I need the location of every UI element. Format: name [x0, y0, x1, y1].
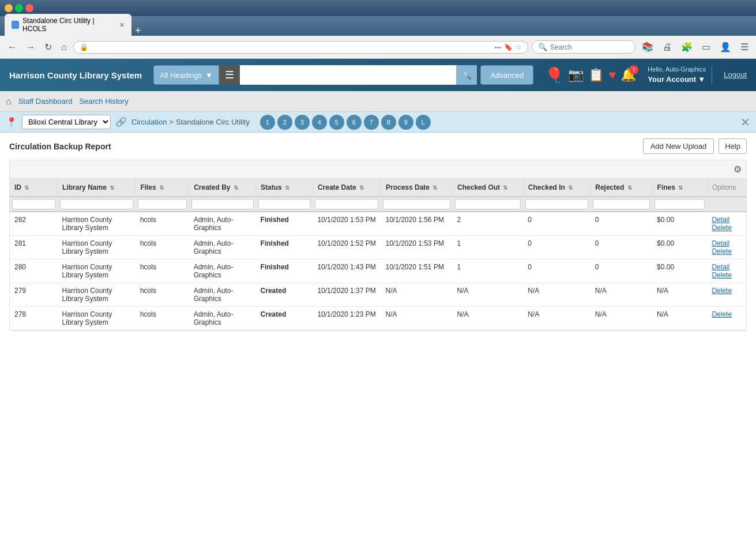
breadcrumb-section-link[interactable]: Circulation: [131, 118, 167, 126]
cell-id: 279: [10, 283, 58, 307]
logout-button[interactable]: Logout: [724, 70, 747, 79]
table-area: ⚙ ID ⇅ Library Name ⇅ Files ⇅ Created By…: [9, 160, 747, 331]
cell-create-date: 10/1/2020 1:43 PM: [313, 260, 381, 283]
filter-process-date[interactable]: [383, 199, 450, 209]
cell-checked-in: 0: [523, 260, 590, 283]
page-tab-2[interactable]: 2: [277, 115, 292, 130]
reload-button[interactable]: ↻: [42, 40, 55, 54]
back-button[interactable]: ←: [5, 41, 20, 54]
help-button[interactable]: Help: [719, 138, 747, 154]
filter-checked-out[interactable]: [455, 199, 521, 209]
col-checked-in[interactable]: Checked In ⇅: [523, 179, 590, 197]
minimize-button[interactable]: [5, 4, 13, 12]
col-library-name[interactable]: Library Name ⇅: [58, 179, 136, 197]
page-tab-8[interactable]: 8: [381, 115, 396, 130]
col-created-by[interactable]: Created By ⇅: [189, 179, 256, 197]
browser-search-bar[interactable]: 🔍: [532, 40, 635, 54]
close-window-button[interactable]: [25, 4, 33, 12]
address-bar[interactable]: 🔒 https://qa-hcols-verso.auto-graphics.c…: [73, 41, 528, 54]
browser-search-input[interactable]: [550, 43, 625, 51]
filter-created-by[interactable]: [191, 199, 254, 209]
col-status[interactable]: Status ⇅: [256, 179, 313, 197]
delete-link-281[interactable]: Delete: [712, 247, 732, 255]
profile-button[interactable]: 👤: [717, 40, 734, 54]
table-row: 279 Harrison County Library System hcols…: [10, 283, 746, 307]
cell-files: hcols: [136, 212, 189, 236]
page-tab-5[interactable]: 5: [329, 115, 344, 130]
home-button[interactable]: ⌂: [58, 41, 70, 54]
filter-fines[interactable]: [655, 199, 705, 209]
table-settings-button[interactable]: ⚙: [734, 164, 742, 175]
search-go-button[interactable]: 🔍: [456, 65, 477, 85]
search-container: All Headings ▼ ☰ 🔍 Advanced: [153, 65, 533, 85]
filter-create-date[interactable]: [315, 199, 378, 209]
location-bar-close-button[interactable]: ✕: [740, 115, 750, 129]
balloon-icon-button[interactable]: 🎈: [545, 66, 563, 84]
user-account-link[interactable]: Your Account ▼: [648, 74, 706, 85]
col-files[interactable]: Files ⇅: [136, 179, 189, 197]
sidebar-button[interactable]: ▭: [699, 40, 713, 54]
cell-checked-out: N/A: [453, 307, 524, 330]
col-id[interactable]: ID ⇅: [10, 179, 58, 197]
bookmarks-shelf-button[interactable]: 📚: [639, 40, 656, 54]
detail-link-281[interactable]: Detail: [712, 239, 729, 247]
heart-icon-button[interactable]: ♥: [608, 67, 616, 82]
page-tab-7[interactable]: 7: [364, 115, 379, 130]
delete-link-278[interactable]: Delete: [712, 310, 732, 318]
col-create-date[interactable]: Create Date ⇅: [313, 179, 381, 197]
camera-icon-button[interactable]: 📷: [568, 67, 584, 82]
detail-link-280[interactable]: Detail: [712, 263, 729, 271]
heading-selector[interactable]: All Headings ▼: [153, 65, 219, 85]
filter-id[interactable]: [12, 199, 55, 209]
forward-button[interactable]: →: [23, 41, 38, 54]
filter-library-name[interactable]: [60, 199, 133, 209]
cell-fines: $0.00: [652, 260, 707, 283]
heading-dropdown-icon: ▼: [205, 71, 213, 80]
library-location-select[interactable]: Biloxi Central Library: [22, 115, 111, 129]
extensions-button[interactable]: 🧩: [678, 40, 695, 54]
cell-status: Created: [256, 283, 313, 307]
page-tab-4[interactable]: 4: [312, 115, 327, 130]
new-tab-button[interactable]: +: [135, 25, 141, 36]
advanced-search-button[interactable]: Advanced: [480, 65, 533, 85]
user-section: Hello, Auto-Graphics Your Account ▼: [648, 65, 706, 85]
col-fines[interactable]: Fines ⇅: [652, 179, 707, 197]
maximize-button[interactable]: [15, 4, 23, 12]
delete-link-280[interactable]: Delete: [712, 271, 732, 279]
detail-link-282[interactable]: Detail: [712, 216, 729, 224]
col-checked-out[interactable]: Checked Out ⇅: [453, 179, 524, 197]
page-tab-3[interactable]: 3: [295, 115, 310, 130]
cell-options: Detail Delete: [707, 236, 746, 260]
tab-close-button[interactable]: ✕: [119, 21, 125, 29]
col-process-date[interactable]: Process Date ⇅: [381, 179, 452, 197]
search-input[interactable]: [245, 71, 452, 80]
page-tab-1[interactable]: 1: [260, 115, 275, 130]
staff-dashboard-link[interactable]: Staff Dashboard: [18, 97, 73, 106]
url-input[interactable]: https://qa-hcols-verso.auto-graphics.com…: [91, 43, 492, 51]
filter-status[interactable]: [258, 199, 311, 209]
search-history-link[interactable]: Search History: [79, 97, 128, 106]
table-filter-row: [10, 197, 746, 212]
cell-status: Finished: [256, 212, 313, 236]
table-row: 282 Harrison County Library System hcols…: [10, 212, 746, 236]
notification-bell-button[interactable]: 🔔 7: [620, 67, 636, 82]
add-new-upload-button[interactable]: Add New Upload: [643, 138, 714, 154]
menu-button[interactable]: ☰: [738, 40, 751, 54]
tab-bar: Standalone Circ Utility | HCOLS ✕ +: [0, 16, 756, 36]
list-icon-button[interactable]: 📋: [588, 67, 604, 82]
page-tab-9[interactable]: 9: [398, 115, 413, 130]
stacks-button[interactable]: ☰: [219, 65, 240, 85]
browser-tab[interactable]: Standalone Circ Utility | HCOLS ✕: [5, 14, 131, 36]
col-rejected[interactable]: Rejected ⇅: [590, 179, 652, 197]
delete-link-279[interactable]: Delete: [712, 287, 732, 295]
delete-link-282[interactable]: Delete: [712, 224, 732, 232]
page-tab-6[interactable]: 6: [347, 115, 362, 130]
print-button[interactable]: 🖨: [660, 41, 675, 54]
filter-checked-in[interactable]: [525, 199, 588, 209]
cell-process-date: N/A: [381, 283, 452, 307]
page-tab-L[interactable]: L: [416, 115, 431, 130]
tab-title: Standalone Circ Utility | HCOLS: [22, 17, 114, 33]
filter-files[interactable]: [138, 199, 187, 209]
cell-library-name: Harrison County Library System: [58, 212, 136, 236]
filter-rejected[interactable]: [593, 199, 650, 209]
